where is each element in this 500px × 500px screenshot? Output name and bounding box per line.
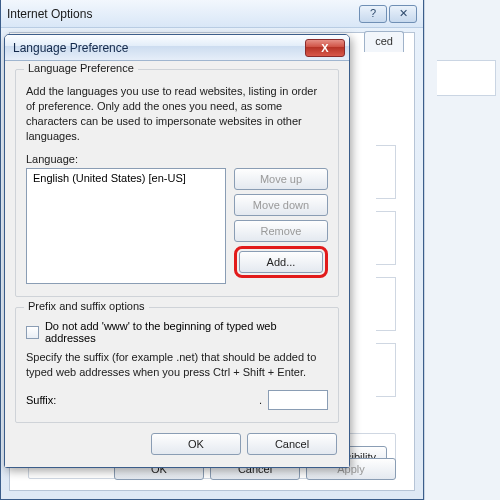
help-icon: ? xyxy=(370,8,376,19)
remove-button[interactable]: Remove xyxy=(234,220,328,242)
language-preference-group: Language Preference Add the languages yo… xyxy=(15,69,339,297)
background-strip xyxy=(424,0,500,500)
www-checkbox-label: Do not add 'www' to the beginning of typ… xyxy=(45,320,328,344)
add-button-highlight: Add... xyxy=(234,246,328,278)
group2-description: Specify the suffix (for example .net) th… xyxy=(26,350,328,380)
dialog-ok-button[interactable]: OK xyxy=(151,433,241,455)
add-button[interactable]: Add... xyxy=(239,251,323,273)
parent-help-button[interactable]: ? xyxy=(359,5,387,23)
parent-close-button[interactable]: ✕ xyxy=(389,5,417,23)
parent-title: Internet Options xyxy=(7,7,357,21)
list-item[interactable]: English (United States) [en-US] xyxy=(31,171,221,185)
www-checkbox[interactable] xyxy=(26,326,39,339)
prefix-suffix-group: Prefix and suffix options Do not add 'ww… xyxy=(15,307,339,423)
suffix-input[interactable] xyxy=(268,390,328,410)
move-up-button[interactable]: Move up xyxy=(234,168,328,190)
ghost-groups xyxy=(376,145,396,409)
group1-legend: Language Preference xyxy=(24,62,138,74)
parent-titlebar: Internet Options ? ✕ xyxy=(1,0,423,28)
language-side-buttons: Move up Move down Remove Add... xyxy=(234,168,328,278)
group1-description: Add the languages you use to read websit… xyxy=(26,84,328,143)
language-listbox[interactable]: English (United States) [en-US] xyxy=(26,168,226,284)
tab-advanced-clipped[interactable]: ced xyxy=(364,31,404,52)
language-preference-dialog: Language Preference X Language Preferenc… xyxy=(4,34,350,468)
close-icon: X xyxy=(321,42,328,54)
parent-tabstrip: ced xyxy=(362,31,404,52)
suffix-label: Suffix: xyxy=(26,394,56,406)
dialog-close-button[interactable]: X xyxy=(305,39,345,57)
dialog-body: Language Preference Add the languages yo… xyxy=(5,61,349,467)
dialog-title: Language Preference xyxy=(13,41,305,55)
group2-legend: Prefix and suffix options xyxy=(24,300,149,312)
move-down-button[interactable]: Move down xyxy=(234,194,328,216)
dialog-footer: OK Cancel xyxy=(15,433,339,457)
language-label: Language: xyxy=(26,153,328,165)
dialog-cancel-button[interactable]: Cancel xyxy=(247,433,337,455)
dialog-titlebar: Language Preference X xyxy=(5,35,349,61)
suffix-dot: . xyxy=(259,394,262,406)
close-icon: ✕ xyxy=(399,8,408,19)
